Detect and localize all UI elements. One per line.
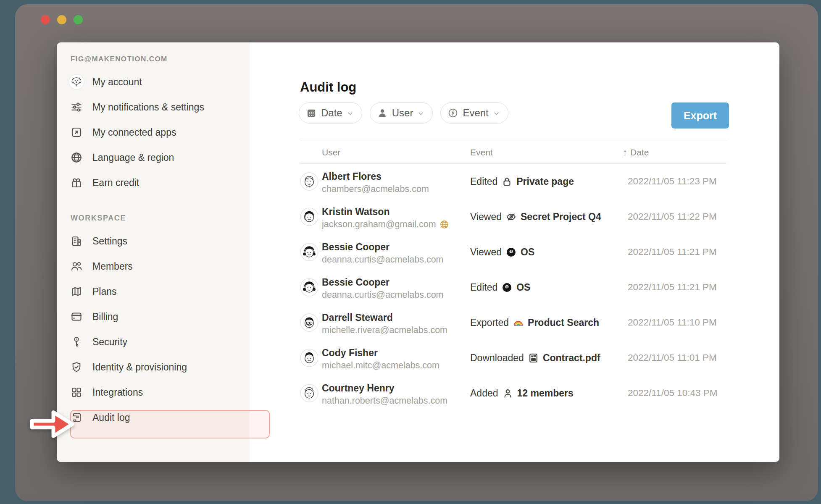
sliders-icon xyxy=(70,101,83,113)
event-cell: Viewed8OS xyxy=(470,234,534,270)
workspace-section-header: WORKSPACE xyxy=(71,214,126,223)
event-cell: DownloadedContract.pdf xyxy=(470,340,600,375)
sidebar-item-members[interactable]: Members xyxy=(57,254,250,279)
user-name: Bessie Cooper xyxy=(322,242,389,253)
avatar xyxy=(300,207,318,226)
zoom-button[interactable] xyxy=(74,15,83,24)
filter-pill-user[interactable]: User xyxy=(370,102,433,123)
column-header-date[interactable]: ↑ Date xyxy=(623,141,649,163)
map-icon xyxy=(70,285,83,298)
user-email: deanna.curtis@acmelabs.com xyxy=(322,290,444,300)
eight-ball-icon: 8 xyxy=(505,247,517,258)
event-date: 2022/11/05 11:21 PM xyxy=(628,270,717,305)
minimize-button[interactable] xyxy=(57,15,66,24)
user-email-text: michelle.rivera@acmelabs.com xyxy=(322,325,447,336)
settings-sidebar: FIG@MAKENOTION.COM My accountMy notifica… xyxy=(57,42,250,462)
filter-pill-date[interactable]: Date xyxy=(299,102,362,123)
event-verb: Added xyxy=(470,388,498,399)
sidebar-item-settings[interactable]: Settings xyxy=(57,228,250,254)
user-filled-icon xyxy=(377,108,388,118)
avatar xyxy=(300,313,318,332)
event-object: Contract.pdf xyxy=(543,352,600,364)
sidebar-item-integrations[interactable]: Integrations xyxy=(57,380,250,405)
gift-icon xyxy=(70,176,83,189)
sidebar-item-label: Security xyxy=(92,336,127,348)
avatar xyxy=(300,384,318,402)
grid-icon xyxy=(70,386,83,399)
table-row: Bessie Cooperdeanna.curtis@acmelabs.comV… xyxy=(300,234,726,270)
sidebar-item-my-notifications-settings[interactable]: My notifications & settings xyxy=(57,94,250,120)
shield-check-icon xyxy=(70,361,83,373)
audit-log-page: Audit log DateUserEvent Export User Even… xyxy=(250,42,779,462)
sidebar-item-label: My notifications & settings xyxy=(92,102,204,113)
app-window: FIG@MAKENOTION.COM My accountMy notifica… xyxy=(15,4,818,501)
event-verb: Edited xyxy=(470,282,497,293)
user-email: jackson.graham@gmail.com xyxy=(322,219,449,230)
user-email-text: chambers@acmelabs.com xyxy=(322,184,429,194)
event-cell: Added12 members xyxy=(470,375,574,411)
close-button[interactable] xyxy=(41,15,50,24)
sidebar-item-my-connected-apps[interactable]: My connected apps xyxy=(57,120,250,145)
sidebar-item-identity-provisioning[interactable]: Identity & provisioning xyxy=(57,354,250,380)
key-icon xyxy=(70,336,83,348)
credit-card-icon xyxy=(70,310,83,323)
sidebar-item-label: Earn credit xyxy=(92,177,139,189)
chevron-down-icon xyxy=(417,110,424,117)
avatar xyxy=(300,349,318,367)
event-verb: Viewed xyxy=(470,211,502,223)
event-object: Private page xyxy=(516,176,574,187)
globe-icon xyxy=(70,151,83,164)
column-header-event: Event xyxy=(470,141,493,163)
avatar xyxy=(300,172,318,191)
user-email-text: deanna.curtis@acmelabs.com xyxy=(322,255,444,265)
event-date: 2022/11/05 10:43 PM xyxy=(628,375,718,411)
sidebar-item-earn-credit[interactable]: Earn credit xyxy=(57,170,250,195)
event-cell: ViewedSecret Project Q4 xyxy=(470,199,601,234)
sidebar-item-label: Plans xyxy=(92,286,117,297)
sidebar-item-my-account[interactable]: My account xyxy=(57,69,250,94)
user-email-text: deanna.curtis@acmelabs.com xyxy=(322,290,444,300)
sidebar-item-audit-log[interactable]: Audit log xyxy=(57,405,250,430)
filter-pill-event[interactable]: Event xyxy=(440,102,508,123)
sort-ascending-icon: ↑ xyxy=(623,147,627,158)
sidebar-item-security[interactable]: Security xyxy=(57,329,250,354)
user-email-text: jackson.graham@gmail.com xyxy=(322,219,436,230)
page-title: Audit log xyxy=(300,80,356,95)
user-email-text: michael.mitc@acmelabs.com xyxy=(322,360,439,371)
export-button[interactable]: Export xyxy=(671,102,729,129)
account-email-header: FIG@MAKENOTION.COM xyxy=(71,55,168,63)
sidebar-item-billing[interactable]: Billing xyxy=(57,304,250,329)
sidebar-item-label: Members xyxy=(92,261,133,272)
table-row: Darrell Stewardmichelle.rivera@acmelabs.… xyxy=(300,305,726,340)
user-name: Bessie Cooper xyxy=(322,277,389,288)
sidebar-item-plans[interactable]: Plans xyxy=(57,279,250,304)
event-verb: Edited xyxy=(470,176,497,187)
user-name: Darrell Steward xyxy=(322,312,393,323)
user-email: michelle.rivera@acmelabs.com xyxy=(322,325,447,336)
event-date: 2022/11/05 11:21 PM xyxy=(628,234,717,270)
eye-off-icon xyxy=(505,211,517,223)
avatar xyxy=(300,278,318,297)
table-row: Courtney Henrynathan.roberts@acmelabs.co… xyxy=(300,375,726,411)
rainbow-icon xyxy=(513,317,524,328)
sidebar-item-label: My connected apps xyxy=(92,127,176,138)
sidebar-item-label: Integrations xyxy=(92,387,143,398)
column-header-date-label: Date xyxy=(630,147,649,158)
dog-avatar xyxy=(68,74,84,90)
table-body: Albert Floreschambers@acmelabs.comEdited… xyxy=(300,164,726,411)
sidebar-item-label: Language & region xyxy=(92,152,174,163)
sidebar-account-list: My accountMy notifications & settingsMy … xyxy=(57,69,250,195)
table-header: User Event ↑ Date xyxy=(300,141,726,164)
screenshot-root: FIG@MAKENOTION.COM My accountMy notifica… xyxy=(0,0,821,504)
svg-text:8: 8 xyxy=(506,285,508,288)
event-object: Product Search xyxy=(528,317,599,328)
user-name: Cody Fisher xyxy=(322,347,378,359)
members-icon xyxy=(70,260,83,273)
document-icon xyxy=(528,352,539,364)
event-date: 2022/11/05 11:23 PM xyxy=(628,164,717,199)
user-email-text: nathan.roberts@acmelabs.com xyxy=(322,396,447,406)
event-cell: EditedPrivate page xyxy=(470,164,574,199)
avatar xyxy=(300,243,318,261)
sidebar-item-language-region[interactable]: Language & region xyxy=(57,145,250,170)
svg-text:8: 8 xyxy=(510,250,512,253)
